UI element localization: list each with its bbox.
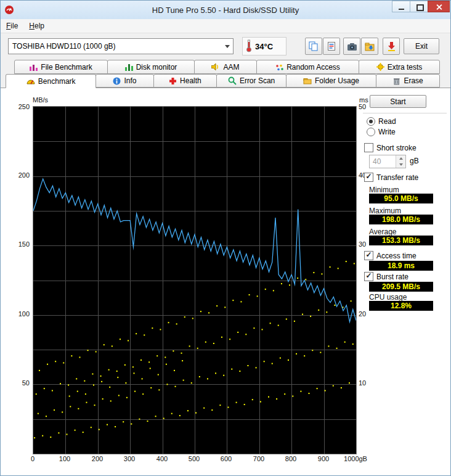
minimum-label: Minimum xyxy=(369,186,399,194)
tab-label: Random Access xyxy=(286,63,340,72)
magnifier-icon xyxy=(228,76,237,85)
write-radio[interactable]: Write xyxy=(367,128,396,136)
copy-text-icon xyxy=(327,41,336,51)
start-button[interactable]: Start xyxy=(370,95,426,108)
tab-label: File Benchmark xyxy=(41,63,92,72)
cpu-usage-label: CPU usage xyxy=(369,293,407,302)
tab-error-scan[interactable]: Error Scan xyxy=(216,74,286,88)
x-tick: 200 xyxy=(88,455,107,462)
radio-icon xyxy=(367,128,375,136)
radio-icon xyxy=(367,117,375,126)
tab-strip-primary: Benchmark Info Health Error Scan Folder … xyxy=(1,74,450,88)
x-tick: 400 xyxy=(153,455,171,462)
checkbox-icon xyxy=(364,251,373,260)
temperature-value: 34°C xyxy=(255,42,273,51)
tab-benchmark[interactable]: Benchmark xyxy=(6,74,96,88)
tab-extra-tests[interactable]: Extra tests xyxy=(359,60,440,74)
x-tick: 600 xyxy=(217,455,235,462)
left-tick: 200 xyxy=(11,171,30,179)
save-button[interactable] xyxy=(361,38,378,55)
maximize-icon xyxy=(416,4,424,11)
access-time-label: Access time xyxy=(376,252,416,260)
short-stroke-size-input[interactable]: 40 xyxy=(369,155,406,168)
benchmark-panel: MB/s ms 250 200 150 100 50 50 40 30 20 1… xyxy=(1,88,450,475)
menu-help[interactable]: Help xyxy=(23,20,50,31)
bar-chart-green-icon xyxy=(125,64,133,71)
exit-button[interactable]: Exit xyxy=(404,38,439,54)
thermometer-icon xyxy=(245,39,253,54)
copy-icon xyxy=(309,41,319,51)
read-radio-label: Read xyxy=(378,117,396,126)
health-cross-icon xyxy=(169,77,177,85)
spin-up-icon[interactable] xyxy=(396,155,405,162)
maximum-label: Maximum xyxy=(369,207,401,215)
menu-file[interactable]: File xyxy=(1,20,23,31)
speaker-icon xyxy=(211,63,220,71)
tab-aam[interactable]: AAM xyxy=(194,60,257,74)
tab-erase[interactable]: Erase xyxy=(376,74,440,88)
tab-folder-usage[interactable]: Folder Usage xyxy=(286,74,376,88)
chevron-down-icon[interactable] xyxy=(222,39,233,54)
burst-rate-checkbox[interactable]: Burst rate xyxy=(364,272,408,281)
trash-icon xyxy=(392,77,400,85)
transfer-rate-label: Transfer rate xyxy=(376,173,418,182)
short-stroke-checkbox[interactable]: Short stroke xyxy=(364,143,416,152)
x-tick: 300 xyxy=(120,455,139,462)
transfer-rate-checkbox[interactable]: Transfer rate xyxy=(364,173,418,182)
spin-down-icon[interactable] xyxy=(396,162,405,168)
red-down-arrow-icon xyxy=(387,41,396,51)
average-value: 153.3 MB/s xyxy=(369,236,433,245)
copy-screenshot-button[interactable] xyxy=(305,38,322,55)
short-stroke-size-value: 40 xyxy=(370,155,396,168)
x-tick: 0 xyxy=(23,455,42,462)
divider xyxy=(363,113,447,114)
left-tick: 100 xyxy=(11,310,30,318)
tab-label: Info xyxy=(124,76,136,85)
tab-file-benchmark[interactable]: File Benchmark xyxy=(14,60,108,74)
tab-label: Error Scan xyxy=(240,76,275,85)
maximum-value: 198.0 MB/s xyxy=(369,215,433,224)
tab-label: Benchmark xyxy=(38,77,76,86)
access-time-checkbox[interactable]: Access time xyxy=(364,251,416,260)
gear-yellow-icon xyxy=(376,63,384,71)
bar-chart-magenta-icon xyxy=(30,64,38,71)
burst-rate-value: 209.5 MB/s xyxy=(369,282,433,292)
x-tick: 800 xyxy=(282,455,300,462)
app-window: HD Tune Pro 5.50 - Hard Disk/SSD Utility… xyxy=(0,0,451,476)
folder-icon xyxy=(303,77,312,84)
minimize-icon xyxy=(399,9,404,10)
copy-text-button[interactable] xyxy=(323,38,340,55)
x-tick: 100 xyxy=(55,455,74,462)
tab-info[interactable]: Info xyxy=(95,74,153,88)
screenshot-button[interactable] xyxy=(343,38,360,55)
spinner[interactable] xyxy=(396,155,405,168)
toolbar: TOSHIBA HDWD110 (1000 gB) 34°C Exit xyxy=(1,33,450,59)
tab-strip-secondary: File Benchmark Disk monitor AAM Random A… xyxy=(1,60,450,74)
drive-select-value: TOSHIBA HDWD110 (1000 gB) xyxy=(9,42,222,51)
tab-disk-monitor[interactable]: Disk monitor xyxy=(107,60,195,74)
close-button[interactable] xyxy=(428,1,450,12)
checkbox-icon xyxy=(364,143,373,152)
scatter-dots-icon xyxy=(275,64,283,71)
minimum-value: 95.0 MB/s xyxy=(369,194,433,203)
tab-label: Folder Usage xyxy=(315,76,359,85)
x-tick: 500 xyxy=(185,455,203,462)
download-button[interactable] xyxy=(383,38,400,55)
maximize-button[interactable] xyxy=(410,1,428,12)
left-tick: 150 xyxy=(11,240,30,248)
minimize-button[interactable] xyxy=(392,1,410,12)
tab-random-access[interactable]: Random Access xyxy=(256,60,359,74)
x-tick: 700 xyxy=(250,455,268,462)
write-radio-label: Write xyxy=(378,128,396,136)
drive-select[interactable]: TOSHIBA HDWD110 (1000 gB) xyxy=(8,38,234,54)
read-radio[interactable]: Read xyxy=(367,117,396,126)
tab-label: Extra tests xyxy=(388,63,423,72)
tab-label: AAM xyxy=(223,63,239,72)
tab-health[interactable]: Health xyxy=(153,74,217,88)
tab-label: Health xyxy=(180,76,201,85)
short-stroke-unit-label: gB xyxy=(410,157,419,165)
average-label: Average xyxy=(369,228,396,236)
tab-label: Disk monitor xyxy=(136,63,177,72)
benchmark-plot-canvas xyxy=(33,107,356,454)
titlebar: HD Tune Pro 5.50 - Hard Disk/SSD Utility xyxy=(1,1,450,19)
